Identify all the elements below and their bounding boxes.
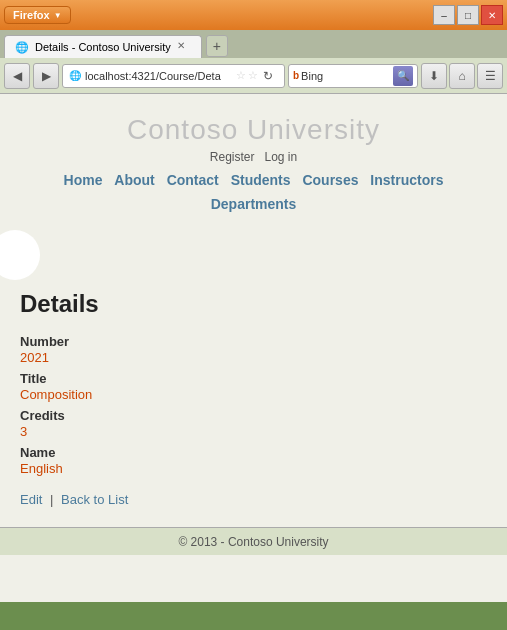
nav-home-link[interactable]: Home <box>64 172 103 188</box>
title-bar: Firefox – □ ✕ <box>0 0 507 30</box>
register-link[interactable]: Register <box>210 150 255 164</box>
maximize-button[interactable]: □ <box>457 5 479 25</box>
field-name: Name English <box>20 445 487 476</box>
download-button[interactable]: ⬇ <box>421 63 447 89</box>
url-lock-icon: 🌐 <box>69 70 81 81</box>
footer-text: © 2013 - Contoso University <box>178 535 328 549</box>
refresh-button[interactable]: ↻ <box>258 66 278 86</box>
menu-button[interactable]: ☰ <box>477 63 503 89</box>
back-button[interactable]: ◀ <box>4 63 30 89</box>
field-title-label: Title <box>20 371 487 386</box>
site-nav: Home About Contact Students Courses Inst… <box>0 172 507 188</box>
search-bar[interactable]: b Bing 🔍 <box>288 64 418 88</box>
nav-instructors-link[interactable]: Instructors <box>370 172 443 188</box>
page-footer: © 2013 - Contoso University <box>0 527 507 555</box>
star1-icon[interactable]: ☆ <box>236 69 246 82</box>
nav-row2: Departments <box>0 196 507 212</box>
forward-button[interactable]: ▶ <box>33 63 59 89</box>
main-content: Details Number 2021 Title Composition Cr… <box>0 280 507 527</box>
url-bar[interactable]: 🌐 localhost:4321/Course/Deta ☆ ☆ ↻ <box>62 64 285 88</box>
field-credits-label: Credits <box>20 408 487 423</box>
field-title-value: Composition <box>20 387 487 402</box>
field-number: Number 2021 <box>20 334 487 365</box>
bookmark-stars: ☆ ☆ <box>236 69 258 82</box>
tab-label: Details - Contoso University <box>35 41 171 53</box>
field-credits-value: 3 <box>20 424 487 439</box>
site-title: Contoso University <box>0 114 507 146</box>
login-link[interactable]: Log in <box>265 150 298 164</box>
star2-icon[interactable]: ☆ <box>248 69 258 82</box>
new-tab-button[interactable]: + <box>206 35 228 57</box>
field-number-value: 2021 <box>20 350 487 365</box>
navigation-bar: ◀ ▶ 🌐 localhost:4321/Course/Deta ☆ ☆ ↻ b… <box>0 58 507 94</box>
decorative-circle <box>0 230 40 280</box>
action-separator: | <box>50 492 53 507</box>
field-name-label: Name <box>20 445 487 460</box>
url-text: localhost:4321/Course/Deta <box>85 70 236 82</box>
field-title: Title Composition <box>20 371 487 402</box>
window-controls: – □ ✕ <box>433 5 503 25</box>
nav-courses-link[interactable]: Courses <box>302 172 358 188</box>
firefox-menu-button[interactable]: Firefox <box>4 6 71 24</box>
minimize-button[interactable]: – <box>433 5 455 25</box>
extra-nav-buttons: ⬇ ⌂ ☰ <box>421 63 503 89</box>
bing-logo: b <box>293 70 299 81</box>
search-button[interactable]: 🔍 <box>393 66 413 86</box>
firefox-label: Firefox <box>13 9 50 21</box>
tab-favicon: 🌐 <box>15 41 29 54</box>
back-to-list-link[interactable]: Back to List <box>61 492 128 507</box>
field-name-value: English <box>20 461 487 476</box>
nav-students-link[interactable]: Students <box>231 172 291 188</box>
nav-contact-link[interactable]: Contact <box>167 172 219 188</box>
tab-bar: 🌐 Details - Contoso University ✕ + <box>0 30 507 58</box>
browser-content: Contoso University Register Log in Home … <box>0 94 507 602</box>
nav-departments-link[interactable]: Departments <box>211 196 297 212</box>
page: Contoso University Register Log in Home … <box>0 94 507 602</box>
field-number-label: Number <box>20 334 487 349</box>
close-button[interactable]: ✕ <box>481 5 503 25</box>
edit-link[interactable]: Edit <box>20 492 42 507</box>
action-links: Edit | Back to List <box>20 492 487 507</box>
active-tab[interactable]: 🌐 Details - Contoso University ✕ <box>4 35 202 58</box>
search-input[interactable]: Bing <box>301 70 393 82</box>
field-credits: Credits 3 <box>20 408 487 439</box>
tab-close-icon[interactable]: ✕ <box>177 40 191 54</box>
site-header: Contoso University Register Log in Home … <box>0 94 507 230</box>
auth-links: Register Log in <box>0 150 507 164</box>
nav-about-link[interactable]: About <box>114 172 154 188</box>
page-heading: Details <box>20 290 487 318</box>
home-button[interactable]: ⌂ <box>449 63 475 89</box>
